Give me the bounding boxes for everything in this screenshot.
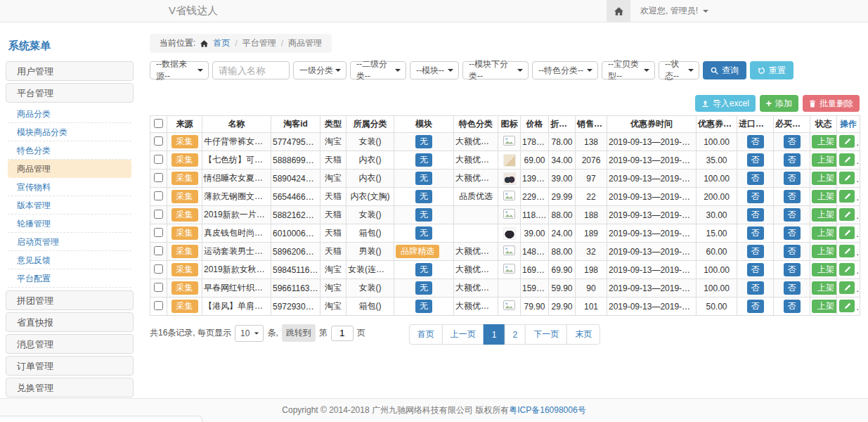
summary-prefix: 共16条记录, 每页显示 [150,327,231,339]
filter-select-2[interactable]: 一级分类 [293,61,346,79]
row-checkbox[interactable] [154,264,163,274]
page-button-0[interactable]: 首页 [409,324,443,345]
sidebar-item-1[interactable]: 平台管理 [6,83,134,103]
product-name-cell: 真皮钱包时尚优雅女士... [202,224,271,243]
row-checkbox[interactable] [154,301,163,310]
sidebar-item-11[interactable]: 平台配置 [8,269,131,288]
type-cell: 淘宝 [320,170,346,188]
per-page-select[interactable]: 10 [235,325,264,342]
edit-button[interactable] [839,245,855,257]
jump-page-input[interactable] [331,326,354,341]
sales-count-cell: 2076 [576,151,607,170]
batch-delete-button[interactable]: 批量删除 [803,95,860,112]
column-header-4: 类型 [320,116,346,133]
sidebar-item-10[interactable]: 意见反馈 [8,251,131,269]
edit-button[interactable] [839,135,855,148]
filter-name-input[interactable] [212,61,290,79]
edit-icon [843,284,851,292]
filter-select-4[interactable]: --模块-- [410,61,459,79]
filter-select-label: --模块下分类-- [469,58,517,82]
sidebar-item-3[interactable]: 模块商品分类 [8,123,131,141]
page-button-2[interactable]: 1 [484,324,505,345]
sidebar-menu: 用户管理平台管理商品分类模块商品分类特色分类商品管理宣传物料版本管理轮播管理启动… [6,61,134,407]
home-button[interactable] [607,0,630,22]
sidebar-item-0[interactable]: 用户管理 [6,61,134,81]
edit-button[interactable] [839,281,855,294]
filter-select-8[interactable]: --状态-- [659,61,699,79]
taoke-id-cell: 589042420344 [271,170,320,188]
filter-select-0[interactable]: --数据来源-- [150,61,209,79]
sidebar-item-9[interactable]: 启动页管理 [8,233,131,251]
add-button[interactable]: + 添加 [760,95,798,112]
filter-select-7[interactable]: --宝贝类型-- [602,61,655,79]
jump-button[interactable]: 跳转到 [282,324,316,342]
page-button-5[interactable]: 末页 [566,324,600,345]
edit-icon [843,248,851,255]
source-badge: 采集 [171,281,198,294]
row-checkbox[interactable] [154,246,163,255]
feature-category-cell [454,206,498,224]
sidebar-item-7[interactable]: 版本管理 [8,196,131,215]
import-select-cell: 否 [737,133,774,151]
column-header-13: 优惠券金额 [697,116,737,133]
user-menu[interactable]: 欢迎您, 管理员! [630,5,718,17]
sidebar-item-6[interactable]: 宣传物料 [8,178,131,196]
sidebar-item-12[interactable]: 拼团管理 [6,290,134,310]
type-cell: 天猫 [320,151,346,170]
edit-button[interactable] [839,208,855,221]
filter-select-label: --状态-- [665,58,688,82]
status-cell: 上架 [810,170,837,188]
breadcrumb-home-link[interactable]: 首页 [213,37,230,49]
sidebar-item-14[interactable]: 消息管理 [6,334,134,354]
page-button-4[interactable]: 下一页 [525,324,567,345]
sidebar-item-4[interactable]: 特色分类 [8,141,131,160]
sidebar-item-15[interactable]: 订单管理 [6,356,134,376]
main-content: 当前位置: 首页 / 平台管理 / 商品管理 --数据来源--一级分类--二级分… [150,34,860,344]
sales-count-cell: 22 [576,188,607,206]
page-button-3[interactable]: 2 [505,324,526,345]
coupon-amount-cell: 30.00 [697,206,737,224]
filter-select-6[interactable]: --特色分类-- [532,61,598,79]
price-cell: 159.90 [521,279,549,298]
row-checkbox[interactable] [154,173,163,182]
table-row: 采集2019新款一片式系...588216228899天猫女装()无118.00… [150,206,860,224]
sidebar-item-13[interactable]: 省直快报 [6,312,134,332]
select-all-checkbox[interactable] [154,119,163,128]
icp-link[interactable]: 粤ICP备16098006号 [509,404,585,416]
import-excel-button[interactable]: 导入excel [695,95,756,112]
table-actions: 导入excel + 添加 批量删除 [150,95,860,112]
row-checkbox[interactable] [154,191,163,200]
category-cell: 箱包() [346,224,394,243]
feature-category-cell: 大额优惠券 [454,133,498,151]
sidebar-item-5[interactable]: 商品管理 [8,160,131,178]
sidebar-item-16[interactable]: 兑换管理 [6,378,134,397]
icon-cell [498,170,521,188]
column-header-8: 图标 [498,116,521,133]
edit-button[interactable] [839,226,855,239]
edit-button[interactable] [839,300,855,312]
row-select-cell [150,243,167,261]
edit-button[interactable] [839,263,855,276]
filter-select-5[interactable]: --模块下分类-- [462,61,529,79]
page-button-1[interactable]: 上一页 [442,324,484,345]
chevron-down-icon [688,69,694,72]
edit-button[interactable] [839,172,855,184]
type-cell: 淘宝 [320,133,346,151]
query-button[interactable]: 查询 [703,61,746,79]
row-checkbox[interactable] [154,210,163,219]
sidebar-item-2[interactable]: 商品分类 [8,105,131,123]
feature-category-cell: 大额优惠券 [454,279,498,298]
taoke-id-cell: 577479560965 [271,133,320,151]
row-checkbox[interactable] [154,136,163,146]
row-checkbox[interactable] [154,155,163,164]
row-checkbox[interactable] [154,283,163,292]
reset-button[interactable]: 重置 [750,61,793,79]
edit-button[interactable] [839,190,855,203]
import-select-badge: 否 [747,190,764,203]
must-buy-cell: 否 [774,243,810,261]
row-checkbox[interactable] [154,228,163,237]
filter-select-3[interactable]: --二级分类-- [350,61,406,79]
sidebar-item-8[interactable]: 轮播管理 [8,215,131,233]
product-name-cell: 2019新款女秋薄款... [202,261,271,279]
edit-button[interactable] [839,153,855,166]
